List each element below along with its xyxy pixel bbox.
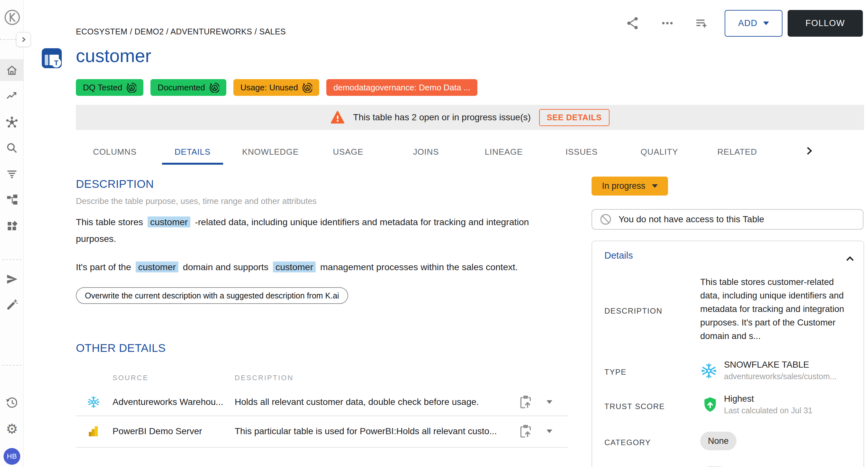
collapse-chevron-icon[interactable]: [843, 253, 857, 264]
status-label: In progress: [602, 181, 645, 191]
expand-row-chevron-icon[interactable]: [547, 430, 552, 433]
share-icon[interactable]: [624, 15, 641, 31]
table-row: Adventureworks Warehou... Holds all rele…: [76, 388, 568, 415]
tag-label: demodatagovernance: Demo Data ...: [333, 83, 470, 93]
chevron-down-icon: [763, 22, 769, 25]
field-value-description: This table stores customer-related data,…: [700, 275, 845, 343]
home-icon: [5, 64, 18, 77]
svg-text:A: A: [213, 86, 216, 91]
no-access-icon: [599, 213, 612, 226]
see-details-button[interactable]: SEE DETAILS: [539, 109, 610, 126]
tab-columns[interactable]: COLUMNS: [76, 139, 154, 165]
tab-details[interactable]: DETAILS: [154, 139, 231, 165]
field-value-trust-sub: Last calculated on Jul 31: [724, 406, 859, 415]
sidebar-item-widgets[interactable]: [0, 215, 24, 237]
expand-row-chevron-icon[interactable]: [547, 401, 552, 404]
tab-joins[interactable]: JOINS: [387, 139, 465, 165]
k2view-logo[interactable]: [4, 9, 21, 26]
tab-usage[interactable]: USAGE: [309, 139, 387, 165]
highlighted-term: customer: [136, 261, 179, 272]
tag-usage[interactable]: Usage: Unused A: [234, 79, 319, 96]
sidebar-item-search[interactable]: [0, 137, 24, 159]
app-window: ⚙ HB ECOSYSTEM / DEMO2 / ADVENTUREWORKS …: [0, 0, 868, 467]
description-cell[interactable]: This particular table is used for PowerB…: [235, 426, 518, 436]
access-notice: You do not have access to this Table: [591, 209, 864, 230]
kai-suggestion-button[interactable]: Overwrite the current description with a…: [76, 287, 348, 304]
add-to-list-icon[interactable]: [693, 15, 710, 31]
field-value-type-path[interactable]: adventureworks/sales/custom...: [724, 372, 846, 381]
paste-description-icon[interactable]: [519, 394, 534, 410]
auto-generated-icon: A: [209, 82, 219, 93]
source-cell[interactable]: PowerBI Demo Server: [113, 426, 228, 436]
tab-related[interactable]: RELATED: [698, 139, 776, 165]
column-header-source: SOURCE: [113, 374, 149, 382]
tag-label: Usage: Unused: [241, 83, 298, 93]
schema-icon: [5, 193, 18, 206]
follow-button[interactable]: FOLLOW: [787, 10, 863, 37]
sidebar-item-enrich[interactable]: [0, 294, 24, 316]
tab-knowledge[interactable]: KNOWLEDGE: [231, 139, 309, 165]
auto-generated-icon: A: [126, 82, 136, 93]
category-value-pill[interactable]: None: [700, 432, 737, 450]
sidebar-item-trends[interactable]: [0, 85, 24, 107]
highlighted-term: customer: [273, 261, 316, 272]
table-letter: T: [54, 59, 59, 67]
field-label-description: DESCRIPTION: [604, 307, 662, 316]
more-options-icon[interactable]: [659, 15, 676, 31]
tag-governance[interactable]: demodatagovernance: Demo Data ...: [326, 79, 477, 96]
tab-lineage[interactable]: LINEAGE: [465, 139, 542, 165]
snowflake-icon: [87, 395, 100, 409]
alert-message: This table has 2 open or in progress iss…: [353, 112, 531, 122]
field-value-type: SNOWFLAKE TABLE: [724, 359, 809, 370]
history-icon: [5, 396, 18, 409]
svg-text:A: A: [130, 86, 133, 91]
tab-quality[interactable]: QUALITY: [620, 139, 698, 165]
auto-generated-icon: A: [302, 82, 312, 93]
sidebar-expand-button[interactable]: [16, 32, 31, 47]
send-icon: [5, 273, 18, 286]
text: It's part of the: [76, 262, 131, 272]
details-card: Details DESCRIPTION This table stores cu…: [591, 240, 864, 467]
paste-description-icon[interactable]: [519, 424, 534, 439]
tabs-overflow-chevron-icon[interactable]: [802, 144, 816, 158]
tag-dq-tested[interactable]: DQ Tested A: [76, 79, 144, 96]
source-cell[interactable]: Adventureworks Warehou...: [113, 397, 228, 407]
sidebar-item-history[interactable]: [0, 392, 24, 414]
status-dropdown[interactable]: In progress: [591, 177, 668, 196]
snowflake-icon: [700, 362, 717, 380]
add-button-label: ADD: [738, 18, 757, 28]
field-label-type: TYPE: [604, 368, 626, 377]
follow-button-label: FOLLOW: [805, 18, 845, 28]
chevron-down-icon: [652, 184, 658, 188]
tab-issues[interactable]: ISSUES: [542, 139, 620, 165]
tag-label: Documented: [157, 83, 205, 93]
tag-documented[interactable]: Documented A: [151, 79, 226, 96]
divider: [3, 365, 21, 366]
trending-icon: [5, 89, 18, 102]
description-paragraph-1: This table stores customer -related data…: [76, 213, 545, 247]
issues-alert-banner: This table has 2 open or in progress iss…: [76, 105, 864, 130]
text: domain and supports: [183, 262, 269, 272]
text: This table stores: [76, 217, 143, 227]
field-label-category: CATEGORY: [604, 438, 651, 447]
field-value-trust: Highest: [724, 394, 754, 404]
warning-triangle-icon: [331, 111, 345, 124]
description-subtitle: Describe the table purpose, uses, time r…: [76, 196, 317, 206]
trust-shield-icon: [702, 396, 718, 412]
sidebar-item-send[interactable]: [0, 268, 24, 290]
description-cell[interactable]: Holds all relevant customer data, double…: [235, 397, 518, 407]
user-avatar[interactable]: HB: [3, 448, 20, 465]
add-button[interactable]: ADD: [724, 10, 782, 37]
breadcrumb[interactable]: ECOSYSTEM / DEMO2 / ADVENTUREWORKS / SAL…: [76, 27, 286, 36]
svg-text:A: A: [306, 86, 309, 91]
sidebar-item-hub[interactable]: [0, 111, 24, 133]
sidebar-item-filter[interactable]: [0, 163, 24, 185]
highlighted-term: customer: [148, 216, 190, 227]
page-title: customer: [76, 45, 151, 66]
sidebar-item-settings[interactable]: ⚙: [0, 418, 24, 440]
entity-tabs: COLUMNS DETAILS KNOWLEDGE USAGE JOINS LI…: [76, 139, 776, 165]
sidebar-item-lineage[interactable]: [0, 188, 24, 210]
column-header-description: DESCRIPTION: [235, 374, 293, 382]
divider: [3, 259, 21, 260]
sidebar-item-home[interactable]: [0, 59, 24, 81]
